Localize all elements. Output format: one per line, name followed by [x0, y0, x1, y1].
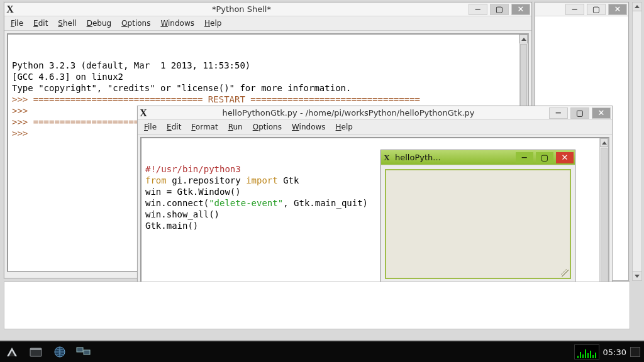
menu-item-windows[interactable]: Windows	[160, 19, 194, 28]
menu-item-edit[interactable]: Edit	[167, 123, 181, 131]
x11-icon: X	[381, 153, 392, 163]
menu-item-options[interactable]: Options	[121, 19, 150, 28]
svg-rect-5	[77, 348, 83, 352]
close-button[interactable]: ✕	[592, 107, 611, 119]
taskbar: 05:30	[0, 341, 644, 362]
gtk-title: helloPyth...	[392, 153, 514, 162]
gtk-window-body[interactable]	[385, 169, 571, 279]
shell-line: >>> ================================ RES…	[12, 94, 524, 105]
maximize-button[interactable]: ▢	[490, 4, 509, 15]
menu-item-edit[interactable]: Edit	[33, 19, 48, 28]
menu-item-windows[interactable]: Windows	[292, 123, 326, 131]
taskbar-clock[interactable]: 05:30	[603, 348, 626, 357]
shell-titlebar[interactable]: X *Python Shell* − ▢ ✕	[4, 3, 531, 16]
menu-item-help[interactable]: Help	[336, 123, 353, 131]
gtk-titlebar[interactable]: X helloPyth... − ▢ ✕	[381, 150, 575, 165]
outer-scrollbar[interactable]	[632, 2, 642, 281]
shell-menubar: FileEditShellDebugOptionsWindowsHelp	[4, 16, 531, 31]
menu-item-options[interactable]: Options	[253, 123, 282, 131]
background-panel	[4, 282, 630, 329]
minimize-button[interactable]: −	[565, 4, 584, 15]
menu-item-file[interactable]: File	[144, 123, 157, 131]
menu-item-run[interactable]: Run	[228, 123, 243, 131]
close-button[interactable]: ✕	[556, 152, 574, 163]
minimize-button[interactable]: −	[469, 4, 487, 15]
scroll-thumb[interactable]	[601, 148, 608, 290]
browser-icon[interactable]	[50, 344, 69, 360]
menu-item-help[interactable]: Help	[204, 19, 221, 28]
scrollbar[interactable]	[599, 138, 608, 299]
menu-item-debug[interactable]: Debug	[87, 19, 111, 28]
file-manager-icon[interactable]	[26, 344, 45, 360]
editor-title: helloPythonGtk.py - /home/pi/worksPython…	[149, 108, 548, 118]
editor-titlebar[interactable]: X helloPythonGtk.py - /home/pi/worksPyth…	[138, 106, 612, 120]
editor-menubar: FileEditFormatRunOptionsWindowsHelp	[138, 120, 612, 134]
start-menu-icon[interactable]	[3, 344, 21, 360]
maximize-button[interactable]: ▢	[587, 4, 606, 15]
shell-line: Type "copyright", "credits" or "license(…	[12, 82, 524, 94]
scroll-up-button[interactable]	[633, 3, 641, 11]
menu-item-file[interactable]: File	[11, 19, 23, 28]
scroll-up-button[interactable]	[600, 138, 608, 147]
secondary-titlebar[interactable]: − ▢ ✕	[535, 3, 628, 16]
svg-rect-3	[30, 348, 42, 350]
maximize-button[interactable]: ▢	[570, 107, 589, 119]
close-button[interactable]: ✕	[608, 4, 627, 15]
maximize-button[interactable]: ▢	[536, 152, 553, 163]
shell-line: Python 3.2.3 (default, Mar 1 2013, 11:53…	[12, 60, 524, 71]
scroll-down-button[interactable]	[633, 272, 641, 280]
x11-icon: X	[4, 4, 16, 15]
show-desktop-icon[interactable]	[74, 344, 93, 360]
menu-item-shell[interactable]: Shell	[58, 19, 76, 28]
minimize-button[interactable]: −	[516, 152, 533, 163]
gtk-app-window: X helloPyth... − ▢ ✕	[380, 150, 575, 283]
svg-rect-6	[84, 350, 90, 354]
shell-title: *Python Shell*	[16, 4, 467, 14]
x11-icon: X	[138, 107, 149, 119]
tray-button[interactable]	[630, 347, 640, 357]
close-button[interactable]: ✕	[511, 4, 530, 15]
minimize-button[interactable]: −	[549, 107, 568, 119]
cpu-monitor-icon[interactable]	[574, 344, 599, 359]
menu-item-format[interactable]: Format	[191, 123, 218, 131]
scroll-up-button[interactable]	[519, 35, 528, 43]
shell-line: [GCC 4.6.3] on linux2	[12, 71, 524, 82]
resize-grip-icon[interactable]	[561, 269, 569, 277]
scroll-track[interactable]	[633, 11, 641, 272]
